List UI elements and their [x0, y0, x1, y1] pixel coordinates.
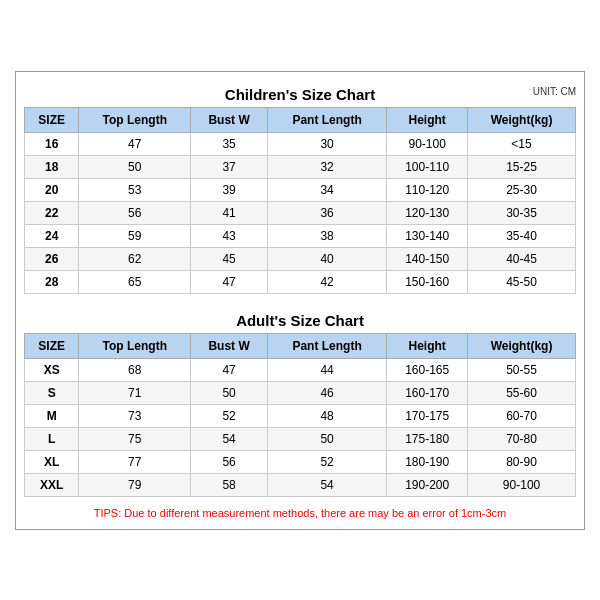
unit-label: UNIT: CM [533, 86, 576, 97]
col-top-length-adult: Top Length [79, 333, 191, 358]
table-row: XL775652180-19080-90 [25, 450, 576, 473]
table-cell: 24 [25, 224, 79, 247]
col-top-length: Top Length [79, 107, 191, 132]
table-cell: 55-60 [468, 381, 576, 404]
table-cell: 42 [267, 270, 386, 293]
table-row: 22564136120-13030-35 [25, 201, 576, 224]
table-cell: 28 [25, 270, 79, 293]
table-cell: 180-190 [387, 450, 468, 473]
table-cell: 30 [267, 132, 386, 155]
col-size-adult: SIZE [25, 333, 79, 358]
table-cell: 44 [267, 358, 386, 381]
table-cell: 30-35 [468, 201, 576, 224]
table-cell: 50-55 [468, 358, 576, 381]
table-cell: 18 [25, 155, 79, 178]
table-cell: 38 [267, 224, 386, 247]
children-size-table: SIZE Top Length Bust W Pant Length Heigh… [24, 107, 576, 294]
table-cell: L [25, 427, 79, 450]
table-cell: 58 [191, 473, 268, 496]
table-cell: 35 [191, 132, 268, 155]
table-cell: 32 [267, 155, 386, 178]
table-cell: 56 [191, 450, 268, 473]
table-cell: 41 [191, 201, 268, 224]
table-cell: 46 [267, 381, 386, 404]
col-pant-length-adult: Pant Length [267, 333, 386, 358]
table-cell: 45-50 [468, 270, 576, 293]
table-row: 20533934110-12025-30 [25, 178, 576, 201]
table-cell: 35-40 [468, 224, 576, 247]
table-row: 28654742150-16045-50 [25, 270, 576, 293]
table-cell: 140-150 [387, 247, 468, 270]
table-cell: 50 [191, 381, 268, 404]
col-pant-length: Pant Length [267, 107, 386, 132]
table-cell: 160-170 [387, 381, 468, 404]
children-table-body: 1647353090-100<1518503732100-11015-25205… [25, 132, 576, 293]
col-height: Height [387, 107, 468, 132]
table-cell: 40 [267, 247, 386, 270]
table-cell: 37 [191, 155, 268, 178]
table-cell: 52 [267, 450, 386, 473]
table-row: 1647353090-100<15 [25, 132, 576, 155]
table-row: S715046160-17055-60 [25, 381, 576, 404]
table-cell: 22 [25, 201, 79, 224]
table-cell: 120-130 [387, 201, 468, 224]
table-cell: 56 [79, 201, 191, 224]
table-cell: 53 [79, 178, 191, 201]
table-cell: 79 [79, 473, 191, 496]
table-cell: 54 [191, 427, 268, 450]
table-cell: 110-120 [387, 178, 468, 201]
table-cell: XS [25, 358, 79, 381]
table-cell: 39 [191, 178, 268, 201]
table-cell: 26 [25, 247, 79, 270]
col-height-adult: Height [387, 333, 468, 358]
table-cell: S [25, 381, 79, 404]
children-title-text: Children's Size Chart [225, 86, 375, 103]
adult-table-header: SIZE Top Length Bust W Pant Length Heigh… [25, 333, 576, 358]
table-cell: XXL [25, 473, 79, 496]
table-cell: 80-90 [468, 450, 576, 473]
col-weight: Weight(kg) [468, 107, 576, 132]
table-cell: 59 [79, 224, 191, 247]
adult-table-body: XS684744160-16550-55S715046160-17055-60M… [25, 358, 576, 496]
table-row: L755450175-18070-80 [25, 427, 576, 450]
table-cell: 90-100 [468, 473, 576, 496]
table-cell: 54 [267, 473, 386, 496]
col-bust-w: Bust W [191, 107, 268, 132]
table-row: 18503732100-11015-25 [25, 155, 576, 178]
table-row: XS684744160-16550-55 [25, 358, 576, 381]
table-cell: 47 [79, 132, 191, 155]
table-row: XXL795854190-20090-100 [25, 473, 576, 496]
table-cell: 50 [267, 427, 386, 450]
adult-size-table: SIZE Top Length Bust W Pant Length Heigh… [24, 333, 576, 497]
table-cell: 65 [79, 270, 191, 293]
table-cell: 43 [191, 224, 268, 247]
table-cell: 47 [191, 270, 268, 293]
table-cell: 47 [191, 358, 268, 381]
col-weight-adult: Weight(kg) [468, 333, 576, 358]
table-cell: 90-100 [387, 132, 468, 155]
table-cell: M [25, 404, 79, 427]
table-cell: 71 [79, 381, 191, 404]
table-cell: 25-30 [468, 178, 576, 201]
table-row: 26624540140-15040-45 [25, 247, 576, 270]
tips-text: TIPS: Due to different measurement metho… [24, 501, 576, 521]
col-size: SIZE [25, 107, 79, 132]
table-cell: 45 [191, 247, 268, 270]
table-cell: 34 [267, 178, 386, 201]
adult-title-text: Adult's Size Chart [236, 312, 364, 329]
table-cell: 50 [79, 155, 191, 178]
col-bust-w-adult: Bust W [191, 333, 268, 358]
table-cell: 40-45 [468, 247, 576, 270]
table-cell: 60-70 [468, 404, 576, 427]
table-cell: 77 [79, 450, 191, 473]
children-table-header: SIZE Top Length Bust W Pant Length Heigh… [25, 107, 576, 132]
table-cell: 73 [79, 404, 191, 427]
table-row: 24594338130-14035-40 [25, 224, 576, 247]
table-cell: 16 [25, 132, 79, 155]
table-cell: 52 [191, 404, 268, 427]
table-row: M735248170-17560-70 [25, 404, 576, 427]
table-cell: 170-175 [387, 404, 468, 427]
table-cell: 160-165 [387, 358, 468, 381]
table-cell: 48 [267, 404, 386, 427]
table-cell: <15 [468, 132, 576, 155]
